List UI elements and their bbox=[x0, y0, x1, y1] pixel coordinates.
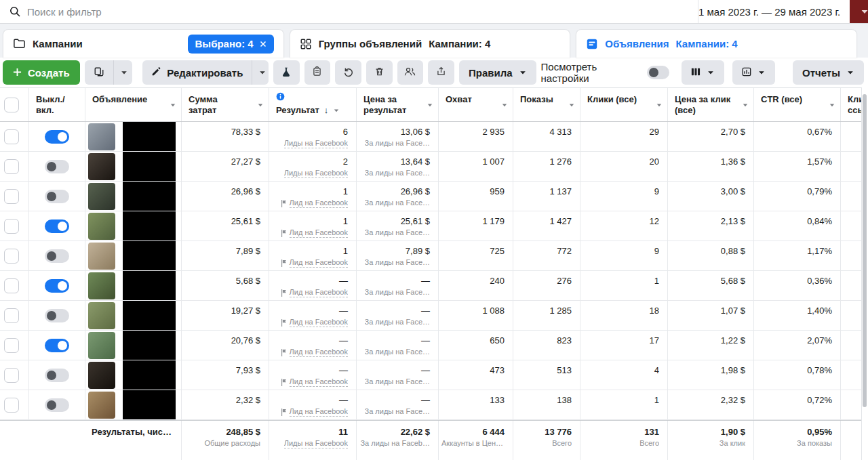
ad-thumbnail[interactable] bbox=[88, 153, 115, 180]
ad-thumbnail[interactable] bbox=[88, 183, 115, 210]
row-checkbox[interactable] bbox=[4, 338, 19, 353]
header-cell-cpc[interactable]: Цена за клик (все) bbox=[668, 88, 754, 121]
sort-caret-icon[interactable] bbox=[656, 102, 663, 108]
sort-caret-icon[interactable] bbox=[501, 102, 508, 108]
ad-thumbnail[interactable] bbox=[88, 213, 115, 240]
ad-cell[interactable] bbox=[85, 152, 182, 181]
close-icon[interactable] bbox=[260, 38, 267, 49]
date-range-button[interactable] bbox=[850, 0, 868, 23]
sort-caret-icon[interactable] bbox=[257, 102, 264, 108]
ad-cell[interactable] bbox=[85, 331, 182, 360]
row-toggle[interactable] bbox=[45, 398, 69, 412]
result-value: — bbox=[339, 306, 348, 316]
row-checkbox[interactable] bbox=[4, 219, 19, 234]
undo-button[interactable] bbox=[335, 60, 361, 85]
row-checkbox[interactable] bbox=[4, 398, 19, 413]
row-toggle[interactable] bbox=[45, 130, 69, 144]
reach-cell: 650 bbox=[439, 331, 513, 360]
row-checkbox[interactable] bbox=[4, 249, 19, 264]
ad-cell[interactable] bbox=[85, 301, 182, 330]
ad-thumbnail[interactable] bbox=[88, 243, 115, 270]
row-toggle[interactable] bbox=[45, 339, 69, 352]
row-toggle[interactable] bbox=[45, 219, 69, 233]
header-cell-cost-per-result[interactable]: Цена за результат bbox=[357, 88, 439, 121]
search-input[interactable] bbox=[27, 6, 688, 18]
ad-cell[interactable] bbox=[85, 360, 182, 390]
clipboard-button[interactable] bbox=[304, 60, 331, 85]
ab-test-button[interactable] bbox=[273, 60, 300, 85]
scrollbar-thumb[interactable] bbox=[863, 94, 867, 407]
edit-caret-button[interactable] bbox=[252, 60, 269, 85]
header-cell-impressions[interactable]: Показы bbox=[513, 88, 580, 121]
duplicate-button[interactable] bbox=[85, 60, 113, 85]
spend-value: 19,27 $ bbox=[231, 306, 260, 316]
ad-thumbnail[interactable] bbox=[88, 272, 115, 299]
reports-button-label: Отчеты bbox=[802, 67, 840, 79]
row-toggle[interactable] bbox=[45, 249, 69, 263]
audience-button[interactable] bbox=[397, 60, 424, 85]
result-cell: 1 Лид на Facebook bbox=[269, 211, 357, 241]
ad-thumbnail[interactable] bbox=[88, 392, 115, 419]
caret-down-icon bbox=[519, 68, 527, 77]
header-cell-ctr[interactable]: CTR (все) bbox=[754, 88, 841, 121]
header-cell-ad[interactable]: Объявление bbox=[85, 88, 182, 121]
ad-thumbnail[interactable] bbox=[88, 332, 115, 359]
tab-campaigns[interactable]: Кампании Выбрано: 4 bbox=[3, 29, 284, 58]
footer-cpr-value: 22,62 $ bbox=[401, 427, 430, 437]
rules-button[interactable]: Правила bbox=[459, 60, 536, 85]
view-settings-toggle[interactable] bbox=[647, 66, 669, 79]
header-cell-clicks[interactable]: Клики (все) bbox=[580, 88, 668, 121]
vertical-scrollbar[interactable] bbox=[861, 87, 868, 460]
reach-value: 133 bbox=[490, 395, 505, 405]
sort-caret-icon[interactable] bbox=[742, 102, 749, 108]
sort-caret-icon[interactable] bbox=[568, 102, 575, 108]
ad-thumbnail[interactable] bbox=[88, 362, 115, 389]
ad-cell[interactable] bbox=[85, 182, 182, 211]
info-icon[interactable] bbox=[276, 93, 285, 103]
row-checkbox[interactable] bbox=[4, 308, 19, 323]
spend-value: 27,27 $ bbox=[231, 156, 260, 167]
edit-button[interactable]: Редактировать bbox=[142, 60, 252, 85]
delete-button[interactable] bbox=[366, 60, 393, 85]
row-select-cell bbox=[0, 182, 29, 211]
sort-caret-icon[interactable] bbox=[333, 107, 340, 114]
row-toggle[interactable] bbox=[45, 160, 69, 173]
breakdown-button[interactable] bbox=[732, 60, 775, 85]
ad-thumbnail[interactable] bbox=[88, 123, 115, 150]
create-button[interactable]: Создать bbox=[3, 60, 80, 85]
row-toggle[interactable] bbox=[45, 190, 69, 203]
search-box[interactable] bbox=[0, 0, 698, 23]
header-cell-reach[interactable]: Охват bbox=[439, 88, 513, 121]
row-checkbox[interactable] bbox=[4, 368, 19, 383]
row-checkbox[interactable] bbox=[4, 189, 19, 204]
row-toggle[interactable] bbox=[45, 279, 69, 293]
row-toggle[interactable] bbox=[45, 369, 69, 382]
row-checkbox[interactable] bbox=[4, 129, 19, 144]
ad-cell[interactable] bbox=[85, 122, 182, 151]
duplicate-caret-button[interactable] bbox=[113, 60, 133, 85]
select-all-checkbox[interactable] bbox=[4, 98, 19, 112]
header-cell-result[interactable]: Результат ↓ bbox=[269, 88, 357, 121]
redacted-ad-name bbox=[123, 360, 176, 390]
sort-caret-icon[interactable] bbox=[829, 102, 835, 108]
tab-ads[interactable]: Объявления Кампании: 4 bbox=[576, 29, 857, 58]
row-select-cell bbox=[0, 271, 29, 300]
ad-cell[interactable] bbox=[85, 271, 182, 300]
columns-button[interactable] bbox=[682, 60, 724, 85]
cpc-value: 1,07 $ bbox=[721, 306, 745, 316]
ad-thumbnail[interactable] bbox=[88, 302, 115, 329]
ad-cell[interactable] bbox=[85, 390, 182, 419]
row-toggle[interactable] bbox=[45, 309, 69, 322]
selected-badge[interactable]: Выбрано: 4 bbox=[188, 35, 274, 54]
export-button[interactable] bbox=[428, 60, 454, 85]
ad-cell[interactable] bbox=[85, 211, 182, 241]
date-range-label[interactable]: 1 мая 2023 г. — 29 мая 2023 г. bbox=[698, 6, 840, 18]
header-cell-spend[interactable]: Сумма затрат bbox=[182, 88, 269, 121]
sort-caret-icon[interactable] bbox=[170, 102, 176, 108]
row-checkbox[interactable] bbox=[4, 278, 19, 293]
tab-adsets[interactable]: Группы объявлений Кампании: 4 bbox=[290, 29, 571, 58]
row-checkbox[interactable] bbox=[4, 159, 19, 174]
reports-button[interactable]: Отчеты bbox=[793, 60, 864, 85]
sort-caret-icon[interactable] bbox=[427, 102, 433, 108]
ad-cell[interactable] bbox=[85, 241, 182, 270]
